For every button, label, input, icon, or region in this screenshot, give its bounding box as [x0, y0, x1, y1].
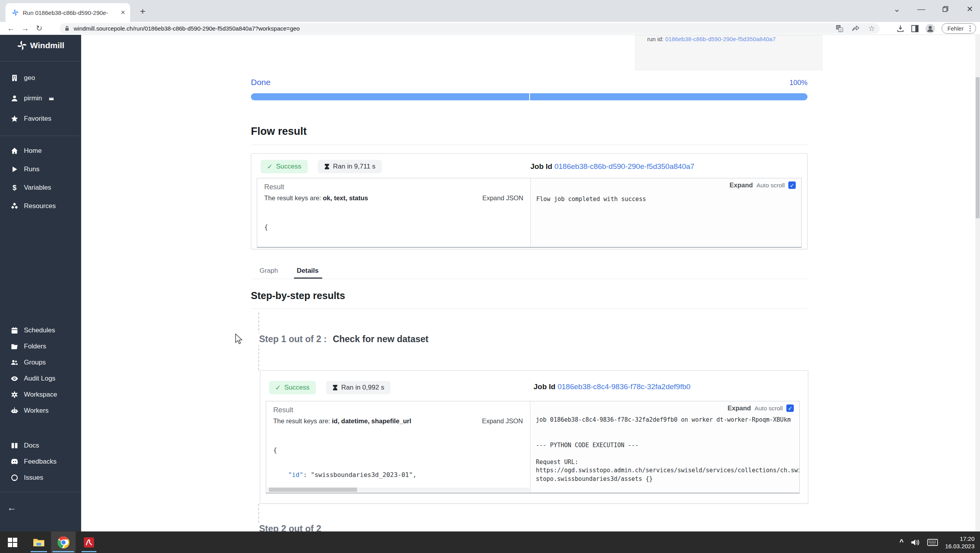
result-keys-prefix: The result keys are: — [273, 417, 330, 424]
flow-success-badge: ✓ Success — [261, 160, 308, 173]
home-icon — [11, 147, 18, 155]
bookmark-star-icon[interactable]: ☆ — [868, 24, 875, 33]
run-status-label: Done — [251, 78, 270, 87]
sidebar-item-groups[interactable]: Groups — [0, 357, 81, 368]
sidebar-item-label: Runs — [24, 165, 40, 173]
eye-icon — [11, 375, 18, 383]
json-horizontal-scrollbar-thumb[interactable] — [269, 488, 357, 492]
page-scrollbar-thumb[interactable] — [976, 77, 980, 218]
taskbar-clock[interactable]: 17:20 16.03.2023 — [945, 535, 977, 550]
sidebar-item-workspace-geo[interactable]: geo — [0, 72, 81, 84]
sidebar-item-variables[interactable]: $ Variables — [0, 182, 81, 194]
sidebar-item-folders[interactable]: Folders — [0, 341, 81, 352]
run-id-value[interactable]: 0186eb38-c86b-d590-290e-f5d350a840a7 — [665, 36, 776, 42]
sidebar-collapse-button[interactable]: ← — [7, 502, 16, 513]
restore-button[interactable] — [938, 2, 953, 16]
page-scrollbar[interactable] — [975, 35, 980, 531]
github-icon — [11, 474, 18, 482]
url-bar[interactable]: windmill.sourcepole.ch/run/0186eb38-c86b… — [60, 23, 880, 34]
browser-menu-icon[interactable]: ⋮ — [967, 24, 973, 33]
auto-scroll-checkbox[interactable]: ✓ — [788, 181, 796, 189]
close-window-button[interactable]: ✕ — [963, 2, 977, 16]
windmill-logo-icon — [17, 40, 27, 51]
step1-result-panel: Result The result keys are: id, datetime… — [266, 401, 800, 493]
mouse-cursor — [234, 333, 245, 345]
check-icon: ✓ — [267, 163, 272, 171]
taskbar-indicator — [82, 551, 96, 552]
cubes-icon — [11, 202, 18, 210]
sidebar-main-nav: Home Runs $ Variables Resources — [0, 145, 81, 219]
sidebar-item-workspace-settings[interactable]: Workspace — [0, 389, 81, 401]
flow-job-id-link[interactable]: 0186eb38-c86b-d590-290e-f5d350a840a7 — [554, 162, 694, 170]
lock-icon — [64, 25, 70, 31]
clock-time: 17:20 — [945, 535, 975, 542]
taskbar-acrobat[interactable] — [78, 531, 100, 553]
sidebar-item-label: Workspace — [24, 391, 57, 399]
sidebar-item-home[interactable]: Home — [0, 145, 81, 157]
sidebar-item-feedbacks[interactable]: Feedbacks — [0, 456, 81, 468]
star-icon — [11, 115, 18, 123]
sidebar-item-label: Home — [24, 147, 42, 155]
clock-date: 16.03.2023 — [945, 542, 975, 550]
sidebar-item-label: Schedules — [24, 326, 55, 334]
volume-icon[interactable] — [911, 538, 920, 547]
sidebar-item-issues[interactable]: Issues — [0, 472, 81, 484]
share-icon[interactable] — [852, 25, 860, 32]
step1-status-row: ✓ Success Ran in 0,992 s — [269, 381, 390, 394]
expand-json-link[interactable]: Expand JSON — [482, 194, 523, 202]
expand-link[interactable]: Expand — [728, 404, 751, 412]
url-text: windmill.sourcepole.ch/run/0186eb38-c86b… — [74, 25, 831, 32]
start-button[interactable] — [3, 531, 22, 553]
sidebar-item-workers[interactable]: Workers — [0, 405, 81, 417]
flow-log-output: Flow job completed with success — [536, 195, 796, 204]
keyboard-icon[interactable] — [927, 538, 938, 546]
chrome-icon — [57, 536, 70, 549]
windmill-favicon-icon — [12, 9, 19, 16]
auto-scroll-label: Auto scroll — [755, 405, 783, 412]
tab-details[interactable]: Details — [297, 267, 319, 275]
browser-tab[interactable]: Run 0186eb38-c86b-d590-290e- ✕ — [5, 3, 130, 22]
toolbar-right-actions: Fehler ⋮ — [896, 22, 976, 35]
expand-link[interactable]: Expand — [730, 181, 753, 189]
back-button[interactable]: ← — [4, 24, 18, 33]
tab-search-chevron-icon[interactable]: ⌄ — [890, 2, 904, 16]
flow-success-label: Success — [276, 163, 301, 170]
reload-button[interactable]: ↻ — [32, 24, 46, 33]
calendar-icon — [11, 326, 18, 334]
profile-avatar-icon[interactable] — [925, 24, 935, 34]
sidebar-item-docs[interactable]: Docs — [0, 440, 81, 451]
tab-close-icon[interactable]: ✕ — [120, 9, 125, 16]
download-icon[interactable] — [896, 24, 905, 33]
browser-error-button[interactable]: Fehler ⋮ — [942, 23, 976, 34]
step1-job-id-link[interactable]: 0186eb38-c8c4-9836-f78c-32fa2def9fb0 — [557, 383, 690, 391]
forward-button[interactable]: → — [18, 24, 32, 33]
tab-graph[interactable]: Graph — [260, 267, 278, 275]
sidebar-item-runs[interactable]: Runs — [0, 163, 81, 175]
sidebar-item-schedules[interactable]: Schedules — [0, 325, 81, 336]
step1-heading: Step 1 out of 2 : Check for new dataset — [257, 333, 432, 345]
windmill-brand[interactable]: Windmill — [0, 40, 81, 51]
crown-icon — [47, 96, 55, 101]
expand-json-link[interactable]: Expand JSON — [482, 417, 523, 425]
flow-result-log-pane: Expand Auto scroll ✓ Flow job completed … — [531, 178, 801, 247]
sidebar-item-user-pirmin[interactable]: pirmin — [0, 92, 81, 104]
result-keys-prefix: The result keys are: — [264, 194, 321, 201]
new-tab-button[interactable]: + — [137, 6, 148, 17]
sidebar-item-audit-logs[interactable]: Audit Logs — [0, 373, 81, 384]
auto-scroll-checkbox[interactable]: ✓ — [786, 404, 794, 412]
json-horizontal-scrollbar[interactable] — [267, 488, 529, 492]
flow-job-id-label: Job Id — [530, 162, 552, 170]
step1-job-id: Job Id 0186eb38-c8c4-9836-f78c-32fa2def9… — [534, 383, 690, 391]
tray-chevron-up-icon[interactable]: ^ — [899, 538, 904, 546]
sidebar-item-label: Favorites — [24, 115, 51, 123]
minimize-button[interactable]: — — [914, 2, 928, 16]
taskbar-chrome-active[interactable] — [51, 531, 76, 553]
users-icon — [11, 359, 18, 366]
sidebar-item-favorites[interactable]: Favorites — [0, 113, 81, 125]
taskbar-file-explorer[interactable] — [27, 531, 50, 553]
sidebar-item-resources[interactable]: Resources — [0, 200, 81, 212]
progress-step-divider — [529, 93, 530, 100]
side-panel-icon[interactable] — [911, 25, 919, 33]
step1-card: ✓ Success Ran in 0,992 s Job Id 0186eb38… — [260, 370, 808, 504]
translate-icon[interactable]: G 文 — [836, 25, 843, 32]
